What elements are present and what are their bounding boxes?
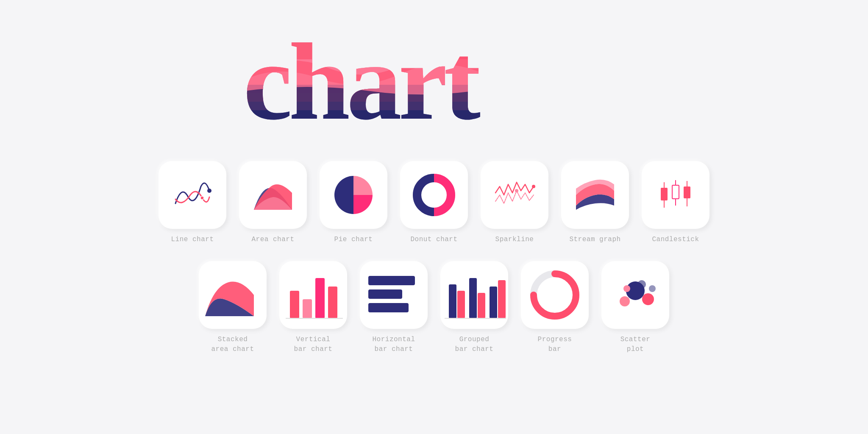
- svg-rect-25: [449, 284, 456, 318]
- svg-rect-20: [328, 287, 337, 318]
- svg-rect-12: [661, 188, 668, 200]
- svg-point-35: [620, 296, 630, 306]
- horizontal-bar-chart-icon: [360, 261, 428, 329]
- chart-item-donut[interactable]: Donut chart: [400, 161, 468, 244]
- sparkline-icon: [481, 161, 548, 229]
- chart-item-grouped-bar[interactable]: Groupedbar chart: [440, 261, 508, 354]
- stacked-area-chart-icon: [199, 261, 267, 329]
- scatter-plot-icon: [601, 261, 669, 329]
- chart-item-stacked-area[interactable]: Stackedarea chart: [199, 261, 267, 354]
- progress-bar-label: Progressbar: [538, 335, 572, 354]
- area-chart-icon: [239, 161, 307, 229]
- stream-graph-icon: [561, 161, 629, 229]
- grouped-bar-chart-icon: [440, 261, 508, 329]
- line-chart-icon: [159, 161, 226, 229]
- svg-rect-17: [290, 291, 299, 318]
- svg-rect-14: [672, 185, 679, 199]
- stream-graph-label: Stream graph: [569, 235, 620, 244]
- svg-point-38: [649, 285, 656, 292]
- svg-rect-28: [478, 293, 485, 318]
- chart-item-stream[interactable]: Stream graph: [561, 161, 629, 244]
- vertical-bar-label: Verticalbar chart: [294, 335, 333, 354]
- hero-title: chart chart: [243, 17, 625, 136]
- candlestick-label: Candlestick: [652, 235, 699, 244]
- svg-rect-19: [315, 278, 325, 318]
- area-chart-label: Area chart: [251, 235, 294, 244]
- chart-item-candlestick[interactable]: Candlestick: [642, 161, 709, 244]
- scatter-plot-label: Scatterplot: [620, 335, 651, 354]
- svg-point-10: [515, 189, 518, 192]
- charts-row-1: Line chart Area chart: [159, 161, 709, 244]
- pie-chart-icon: [320, 161, 387, 229]
- svg-rect-26: [457, 291, 465, 318]
- pie-chart-label: Pie chart: [334, 235, 373, 244]
- charts-row-2: Stackedarea chart Verticalbar chart: [199, 261, 669, 354]
- line-chart-label: Line chart: [171, 235, 214, 244]
- chart-item-scatter[interactable]: Scatterplot: [601, 261, 669, 354]
- svg-rect-27: [469, 278, 477, 318]
- svg-rect-18: [303, 299, 312, 318]
- chart-item-pie[interactable]: Pie chart: [320, 161, 387, 244]
- charts-grid: Line chart Area chart: [95, 161, 773, 354]
- chart-item-progress-bar[interactable]: Progressbar: [521, 261, 589, 354]
- chart-item-vertical-bar[interactable]: Verticalbar chart: [279, 261, 347, 354]
- svg-point-9: [532, 185, 535, 188]
- chart-item-area[interactable]: Area chart: [239, 161, 307, 244]
- vertical-bar-chart-icon: [279, 261, 347, 329]
- donut-chart-icon: [400, 161, 468, 229]
- svg-point-36: [637, 280, 646, 289]
- svg-point-6: [200, 196, 204, 200]
- svg-rect-22: [368, 276, 415, 285]
- svg-point-5: [207, 189, 211, 193]
- svg-rect-23: [368, 289, 402, 299]
- chart-item-sparkline[interactable]: Sparkline: [481, 161, 548, 244]
- stacked-area-label: Stackedarea chart: [211, 335, 254, 354]
- svg-rect-29: [490, 287, 497, 318]
- grouped-bar-label: Groupedbar chart: [455, 335, 494, 354]
- candlestick-icon: [642, 161, 709, 229]
- progress-bar-icon: [521, 261, 589, 329]
- svg-rect-16: [684, 186, 690, 198]
- svg-point-34: [642, 293, 654, 305]
- donut-chart-label: Donut chart: [410, 235, 457, 244]
- svg-rect-30: [498, 280, 506, 318]
- svg-point-37: [623, 285, 630, 292]
- svg-rect-24: [368, 303, 409, 312]
- horizontal-bar-label: Horizontalbar chart: [372, 335, 415, 354]
- svg-point-8: [425, 186, 443, 204]
- sparkline-label: Sparkline: [495, 235, 534, 244]
- chart-item-line[interactable]: Line chart: [159, 161, 226, 244]
- chart-item-horizontal-bar[interactable]: Horizontalbar chart: [360, 261, 428, 354]
